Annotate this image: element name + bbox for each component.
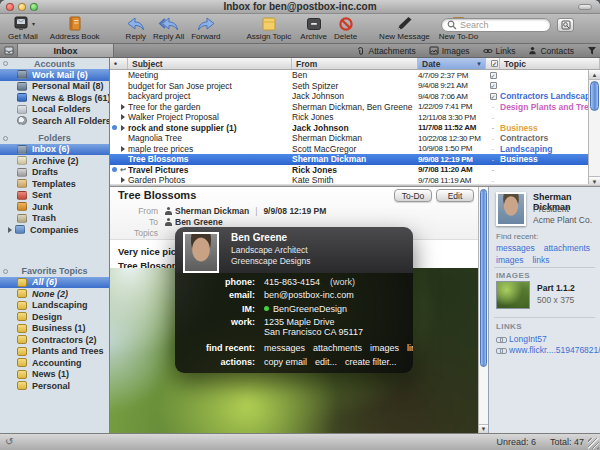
cc-find-images[interactable]: images (370, 343, 399, 353)
link-item[interactable]: LongInt57 (496, 334, 547, 344)
sidebar-section-folders[interactable]: Folders (0, 133, 109, 144)
delete-button[interactable]: Delete (334, 15, 357, 41)
attachments-tool[interactable]: Attachments (356, 46, 415, 56)
sidebar-item-news-blogs-61[interactable]: News & Blogs (61) (0, 92, 109, 104)
sidebar-item-drafts[interactable]: Drafts (0, 167, 109, 179)
sidebar-item-trash[interactable]: Trash (0, 213, 109, 225)
find-links-link[interactable]: links (532, 255, 549, 265)
expand-icon[interactable] (8, 227, 12, 233)
thread-expand-icon[interactable]: ↩ (118, 166, 128, 174)
email-value[interactable]: ben@postbox-inc.com (264, 290, 354, 300)
message-row-travel-pictures[interactable]: ↩ Travel Pictures Rick Jones 9/7/08 11:2… (110, 165, 600, 176)
find-messages-link[interactable]: messages (496, 243, 535, 253)
image-attachment-thumbnail[interactable] (496, 281, 530, 309)
message-scrollbar[interactable]: ▼ (478, 187, 488, 433)
sidebar-section-accounts[interactable]: Accounts (0, 58, 109, 69)
contact-role: Landscape Architect (231, 245, 308, 255)
sidebar-item-accounting[interactable]: Accounting (0, 357, 109, 369)
sidebar-item-plants-and-trees[interactable]: Plants and Trees (0, 346, 109, 358)
reply-all-button[interactable]: Reply All (153, 15, 184, 41)
sidebar-item-inbox-6[interactable]: Inbox (6) (0, 144, 109, 156)
images-tool[interactable]: Images (429, 46, 470, 56)
assign-topic-button[interactable]: Assign Topic (247, 15, 292, 41)
get-mail-dropdown-icon[interactable]: ▾ (32, 20, 35, 27)
message-row-maple-tree-prices[interactable]: maple tree prices Scott MacGregor 10/9/0… (110, 144, 600, 155)
sidebar-item-personal-mail-8[interactable]: Personal Mail (8) (0, 81, 109, 93)
sidebar-item-business-1[interactable]: Business (1) (0, 323, 109, 335)
thread-expand-icon[interactable] (118, 146, 128, 152)
message-from[interactable]: Sherman Dickman (175, 206, 249, 216)
topic-column-header[interactable]: Topic (500, 58, 600, 69)
sidebar-item-work-mail-6[interactable]: Work Mail (6) (0, 69, 109, 81)
filter-icon[interactable] (587, 46, 597, 56)
sidebar-item-personal[interactable]: Personal (0, 380, 109, 392)
new-message-button[interactable]: New Message (379, 15, 430, 41)
thread-expand-icon[interactable] (118, 177, 128, 183)
image-attachment-name[interactable]: Part 1.1.2 (537, 283, 575, 293)
find-images-link[interactable]: images (496, 255, 523, 265)
sidebar-item-local-folders[interactable]: Local Folders (0, 104, 109, 116)
sidebar-section-favorite-topics[interactable]: Favorite Topics (0, 266, 109, 277)
links-tool[interactable]: Links (483, 46, 516, 56)
date-column-header[interactable]: Date▼ (418, 58, 486, 69)
sidebar-item-sent[interactable]: Sent (0, 190, 109, 202)
link-item[interactable]: www.flickr....519476821/ (496, 345, 600, 355)
get-mail-button[interactable]: ▾ Get Mail (8, 15, 38, 41)
sidebar-section-title: Favorite Topics (22, 266, 88, 276)
message-row-magnolia-tree[interactable]: Magnolia Tree Sherman Dickman 10/22/08 1… (110, 133, 600, 144)
message-to[interactable]: Ben Greene (175, 217, 223, 227)
sidebar-item-design[interactable]: Design (0, 311, 109, 323)
thread-expand-icon[interactable] (118, 114, 128, 120)
reply-button[interactable]: Reply (126, 15, 146, 41)
sidebar-item-search-all-folders[interactable]: Search All Folders (0, 115, 109, 127)
from-column-header[interactable]: From (292, 58, 418, 69)
todo-button[interactable]: To-Do (394, 189, 432, 202)
scroll-down-icon[interactable]: ▼ (479, 424, 488, 433)
sidebar-item-templates[interactable]: Templates (0, 178, 109, 190)
sidebar-item-all-6[interactable]: All (6) (0, 277, 109, 289)
edit-button[interactable]: Edit (436, 189, 474, 202)
cc-find-links[interactable]: links (407, 343, 413, 353)
find-attachments-link[interactable]: attachments (544, 243, 590, 253)
forward-button[interactable]: Forward (191, 15, 220, 41)
advanced-search-button[interactable] (557, 18, 574, 32)
toolbar-toggle-button[interactable] (578, 4, 592, 10)
message-row-walker-project-proposal[interactable]: Walker Project Proposal Rick Jones 12/11… (110, 112, 600, 123)
tab-inbox[interactable]: Inbox (18, 44, 114, 57)
action-create-filter[interactable]: create filter... (345, 357, 397, 367)
cc-find-messages[interactable]: messages (264, 343, 305, 353)
thread-expand-icon[interactable] (118, 104, 128, 110)
resize-grip[interactable] (588, 438, 599, 449)
action-edit[interactable]: edit... (315, 357, 337, 367)
scroll-up-icon[interactable]: ▲ (589, 70, 600, 80)
cc-find-attachments[interactable]: attachments (313, 343, 362, 353)
message-scroll-thumb[interactable] (480, 189, 487, 367)
todo-column-header[interactable]: ✓ (486, 58, 500, 69)
address-book-button[interactable]: Address Book (50, 15, 100, 41)
row-date: 11/7/08 11:52 AM (418, 123, 486, 132)
archive-button[interactable]: Archive (300, 15, 327, 41)
message-row-backyard-project[interactable]: backyard project Jack Johnson 9/4/08 7:0… (110, 91, 600, 102)
action-copy-email[interactable]: copy email (264, 357, 307, 367)
message-row-tree-for-the-garden[interactable]: Tree for the garden Sherman Dickman, Ben… (110, 102, 600, 113)
message-row-budget-for-san-jose-project[interactable]: budget for San Jose project Seth Spitzer… (110, 81, 600, 92)
list-scroll-thumb[interactable] (590, 81, 599, 111)
sidebar-item-news-1[interactable]: News (1) (0, 369, 109, 381)
sidebar-item-contractors-2[interactable]: Contractors (2) (0, 334, 109, 346)
subject-column-header[interactable]: Subject (128, 58, 292, 69)
sidebar-item-landscaping[interactable]: Landscaping (0, 300, 109, 312)
message-row-rock-and-stone-supplier-1[interactable]: rock and stone supplier (1) Jack Johnson… (110, 123, 600, 134)
list-scrollbar[interactable]: ▲ ▼ (588, 70, 600, 186)
thread-expand-icon[interactable] (118, 125, 128, 131)
im-value[interactable]: BenGreeneDesign (273, 304, 347, 314)
sidebar-item-archive-2[interactable]: Archive (2) (0, 155, 109, 167)
message-row-meeting[interactable]: Meeting Ben 4/7/09 2:37 PM ✓ (110, 70, 600, 81)
unread-column-header[interactable]: • (110, 58, 128, 69)
sidebar-item-junk[interactable]: Junk (0, 201, 109, 213)
contacts-tool[interactable]: Contacts (528, 46, 574, 56)
search-input[interactable]: Search (441, 18, 551, 32)
sidebar-item-companies[interactable]: Companies (0, 224, 109, 236)
archive-icon (304, 15, 324, 32)
message-row-tree-blossoms[interactable]: Tree Blossoms Sherman Dickman 9/9/08 12:… (110, 154, 600, 165)
sidebar-item-none-2[interactable]: None (2) (0, 288, 109, 300)
